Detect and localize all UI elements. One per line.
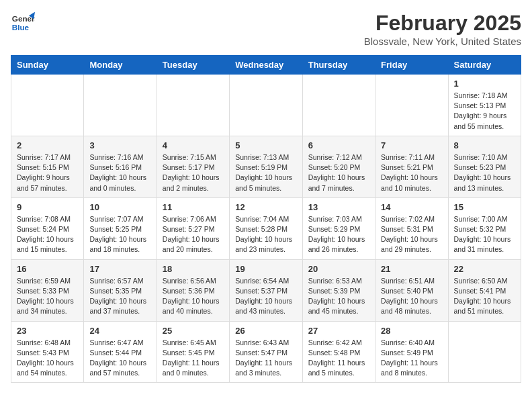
- day-number: 24: [89, 326, 150, 336]
- day-number: 10: [89, 202, 150, 212]
- calendar-cell: [11, 75, 84, 136]
- page-subtitle: Blossvale, New York, United States: [364, 36, 521, 47]
- day-number: 19: [235, 264, 296, 274]
- calendar-table: SundayMondayTuesdayWednesdayThursdayFrid…: [11, 55, 521, 383]
- day-number: 23: [17, 326, 78, 336]
- day-info: Sunrise: 6:48 AM Sunset: 5:43 PM Dayligh…: [17, 338, 78, 379]
- day-number: 11: [163, 202, 224, 212]
- day-info: Sunrise: 7:18 AM Sunset: 5:13 PM Dayligh…: [454, 91, 515, 132]
- calendar-cell: 12Sunrise: 7:04 AM Sunset: 5:28 PM Dayli…: [230, 197, 302, 259]
- day-info: Sunrise: 6:50 AM Sunset: 5:41 PM Dayligh…: [454, 276, 515, 317]
- day-number: 9: [17, 202, 78, 212]
- weekday-header-tuesday: Tuesday: [157, 56, 229, 75]
- day-info: Sunrise: 7:07 AM Sunset: 5:25 PM Dayligh…: [89, 214, 150, 255]
- day-number: 3: [89, 140, 150, 150]
- calendar-cell: 9Sunrise: 7:08 AM Sunset: 5:24 PM Daylig…: [11, 197, 84, 259]
- calendar-cell: 23Sunrise: 6:48 AM Sunset: 5:43 PM Dayli…: [11, 321, 84, 383]
- day-number: 7: [381, 140, 442, 150]
- calendar-cell: [448, 321, 521, 383]
- day-info: Sunrise: 6:57 AM Sunset: 5:35 PM Dayligh…: [89, 276, 150, 317]
- day-info: Sunrise: 6:56 AM Sunset: 5:36 PM Dayligh…: [163, 276, 224, 317]
- weekday-header-wednesday: Wednesday: [230, 56, 302, 75]
- calendar-cell: 24Sunrise: 6:47 AM Sunset: 5:44 PM Dayli…: [84, 321, 157, 383]
- day-number: 2: [17, 140, 78, 150]
- logo: General Blue: [11, 11, 35, 35]
- day-number: 16: [17, 264, 78, 274]
- page-title: February 2025: [364, 11, 521, 36]
- day-info: Sunrise: 6:54 AM Sunset: 5:37 PM Dayligh…: [235, 276, 296, 317]
- calendar-cell: 21Sunrise: 6:51 AM Sunset: 5:40 PM Dayli…: [375, 259, 448, 321]
- day-info: Sunrise: 6:47 AM Sunset: 5:44 PM Dayligh…: [89, 338, 150, 379]
- day-info: Sunrise: 7:11 AM Sunset: 5:21 PM Dayligh…: [381, 152, 442, 193]
- day-info: Sunrise: 7:02 AM Sunset: 5:31 PM Dayligh…: [381, 214, 442, 255]
- day-number: 28: [381, 326, 442, 336]
- calendar-cell: [302, 75, 375, 136]
- day-info: Sunrise: 7:03 AM Sunset: 5:29 PM Dayligh…: [308, 214, 369, 255]
- calendar-cell: [84, 75, 157, 136]
- calendar-cell: 8Sunrise: 7:10 AM Sunset: 5:23 PM Daylig…: [448, 136, 521, 197]
- day-number: 8: [454, 140, 515, 150]
- calendar-cell: 5Sunrise: 7:13 AM Sunset: 5:19 PM Daylig…: [230, 136, 302, 197]
- week-row-0: 1Sunrise: 7:18 AM Sunset: 5:13 PM Daylig…: [11, 75, 521, 136]
- calendar-cell: 7Sunrise: 7:11 AM Sunset: 5:21 PM Daylig…: [375, 136, 448, 197]
- calendar-cell: 14Sunrise: 7:02 AM Sunset: 5:31 PM Dayli…: [375, 197, 448, 259]
- day-info: Sunrise: 7:08 AM Sunset: 5:24 PM Dayligh…: [17, 214, 78, 255]
- calendar-cell: 16Sunrise: 6:59 AM Sunset: 5:33 PM Dayli…: [11, 259, 84, 321]
- day-number: 5: [235, 140, 296, 150]
- weekday-header-monday: Monday: [84, 56, 157, 75]
- week-row-2: 9Sunrise: 7:08 AM Sunset: 5:24 PM Daylig…: [11, 197, 521, 259]
- svg-text:Blue: Blue: [12, 23, 30, 32]
- day-number: 18: [163, 264, 224, 274]
- day-number: 20: [308, 264, 369, 274]
- weekday-header-thursday: Thursday: [302, 56, 375, 75]
- calendar-cell: 3Sunrise: 7:16 AM Sunset: 5:16 PM Daylig…: [84, 136, 157, 197]
- calendar-cell: 19Sunrise: 6:54 AM Sunset: 5:37 PM Dayli…: [230, 259, 302, 321]
- day-number: 21: [381, 264, 442, 274]
- calendar-cell: 18Sunrise: 6:56 AM Sunset: 5:36 PM Dayli…: [157, 259, 229, 321]
- day-number: 22: [454, 264, 515, 274]
- day-number: 15: [454, 202, 515, 212]
- day-info: Sunrise: 6:45 AM Sunset: 5:45 PM Dayligh…: [163, 338, 224, 379]
- day-info: Sunrise: 7:04 AM Sunset: 5:28 PM Dayligh…: [235, 214, 296, 255]
- calendar-cell: 28Sunrise: 6:40 AM Sunset: 5:49 PM Dayli…: [375, 321, 448, 383]
- day-info: Sunrise: 7:13 AM Sunset: 5:19 PM Dayligh…: [235, 152, 296, 193]
- calendar-cell: 15Sunrise: 7:00 AM Sunset: 5:32 PM Dayli…: [448, 197, 521, 259]
- calendar-cell: 25Sunrise: 6:45 AM Sunset: 5:45 PM Dayli…: [157, 321, 229, 383]
- week-row-1: 2Sunrise: 7:17 AM Sunset: 5:15 PM Daylig…: [11, 136, 521, 197]
- calendar-cell: 17Sunrise: 6:57 AM Sunset: 5:35 PM Dayli…: [84, 259, 157, 321]
- day-info: Sunrise: 6:43 AM Sunset: 5:47 PM Dayligh…: [235, 338, 296, 379]
- day-number: 12: [235, 202, 296, 212]
- title-section: February 2025 Blossvale, New York, Unite…: [364, 11, 521, 47]
- day-number: 27: [308, 326, 369, 336]
- day-number: 6: [308, 140, 369, 150]
- day-info: Sunrise: 7:12 AM Sunset: 5:20 PM Dayligh…: [308, 152, 369, 193]
- weekday-header-friday: Friday: [375, 56, 448, 75]
- day-number: 13: [308, 202, 369, 212]
- calendar-cell: 2Sunrise: 7:17 AM Sunset: 5:15 PM Daylig…: [11, 136, 84, 197]
- calendar-cell: 6Sunrise: 7:12 AM Sunset: 5:20 PM Daylig…: [302, 136, 375, 197]
- day-number: 26: [235, 326, 296, 336]
- calendar-cell: [157, 75, 229, 136]
- day-number: 1: [454, 79, 515, 89]
- day-info: Sunrise: 7:06 AM Sunset: 5:27 PM Dayligh…: [163, 214, 224, 255]
- weekday-header-sunday: Sunday: [11, 56, 84, 75]
- calendar-cell: 4Sunrise: 7:15 AM Sunset: 5:17 PM Daylig…: [157, 136, 229, 197]
- day-info: Sunrise: 6:51 AM Sunset: 5:40 PM Dayligh…: [381, 276, 442, 317]
- calendar-cell: 10Sunrise: 7:07 AM Sunset: 5:25 PM Dayli…: [84, 197, 157, 259]
- day-info: Sunrise: 7:10 AM Sunset: 5:23 PM Dayligh…: [454, 152, 515, 193]
- header: General Blue February 2025 Blossvale, Ne…: [11, 11, 521, 47]
- calendar-cell: [375, 75, 448, 136]
- day-info: Sunrise: 7:17 AM Sunset: 5:15 PM Dayligh…: [17, 152, 78, 193]
- logo-icon: General Blue: [11, 11, 35, 35]
- calendar-cell: [230, 75, 302, 136]
- calendar-cell: 26Sunrise: 6:43 AM Sunset: 5:47 PM Dayli…: [230, 321, 302, 383]
- day-info: Sunrise: 6:53 AM Sunset: 5:39 PM Dayligh…: [308, 276, 369, 317]
- weekday-header-saturday: Saturday: [448, 56, 521, 75]
- day-info: Sunrise: 7:16 AM Sunset: 5:16 PM Dayligh…: [89, 152, 150, 193]
- day-info: Sunrise: 6:59 AM Sunset: 5:33 PM Dayligh…: [17, 276, 78, 317]
- day-number: 25: [163, 326, 224, 336]
- calendar-cell: 20Sunrise: 6:53 AM Sunset: 5:39 PM Dayli…: [302, 259, 375, 321]
- day-info: Sunrise: 6:42 AM Sunset: 5:48 PM Dayligh…: [308, 338, 369, 379]
- day-number: 17: [89, 264, 150, 274]
- week-row-4: 23Sunrise: 6:48 AM Sunset: 5:43 PM Dayli…: [11, 321, 521, 383]
